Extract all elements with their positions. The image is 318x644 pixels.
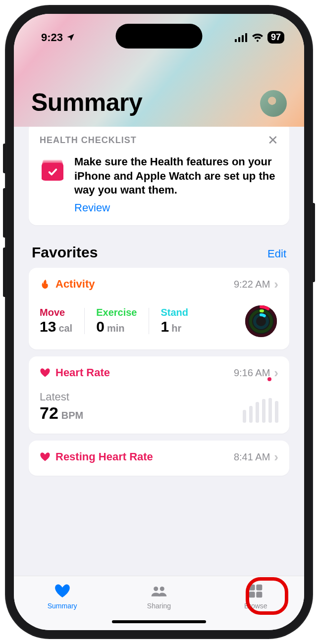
favorites-title: Favorites [32, 244, 98, 261]
chevron-right-icon: › [274, 449, 278, 465]
svg-rect-2 [242, 35, 244, 42]
activity-title: Activity [55, 278, 95, 291]
screen: 9:23 97 Summary [14, 14, 304, 630]
exercise-unit: min [107, 323, 125, 334]
volume-up-button [3, 188, 6, 238]
side-button [3, 144, 6, 173]
tab-browse-label: Browse [244, 602, 267, 610]
people-icon [150, 582, 168, 600]
tab-sharing-label: Sharing [147, 602, 171, 610]
tab-browse[interactable]: Browse [223, 582, 288, 610]
volume-down-button [3, 248, 6, 297]
stand-unit: hr [171, 323, 181, 334]
exercise-value: 0 [96, 318, 105, 335]
status-time: 9:23 [41, 31, 63, 44]
dynamic-island [116, 24, 203, 49]
resting-title: Resting Heart Rate [55, 450, 153, 463]
exercise-label: Exercise [96, 307, 137, 318]
svg-point-12 [160, 587, 164, 591]
svg-rect-13 [249, 585, 255, 591]
svg-rect-14 [257, 585, 263, 591]
content-area: HEALTH CHECKLIST ✕ Make sure the Health … [14, 127, 304, 576]
profile-avatar[interactable] [260, 90, 287, 117]
power-button [312, 203, 315, 282]
cellular-icon [235, 33, 248, 42]
tab-summary-label: Summary [48, 602, 77, 610]
wifi-icon [252, 33, 264, 42]
svg-rect-15 [249, 592, 255, 597]
flame-icon [40, 279, 51, 290]
activity-rings-icon [244, 304, 278, 339]
heart-rate-card[interactable]: Heart Rate 9:16 AM › Latest 72BPM [29, 356, 289, 434]
heart-icon [40, 367, 51, 378]
move-unit: cal [58, 323, 72, 334]
heart-filled-icon [53, 582, 71, 600]
chevron-right-icon: › [274, 277, 278, 292]
tab-sharing[interactable]: Sharing [127, 582, 191, 610]
resting-time: 8:41 AM [234, 451, 270, 463]
checklist-icon [40, 155, 65, 181]
close-icon[interactable]: ✕ [267, 133, 278, 148]
heart-rate-unit: BPM [61, 410, 83, 421]
svg-point-11 [154, 587, 158, 591]
review-link[interactable]: Review [74, 201, 110, 214]
heart-rate-chart [243, 396, 278, 423]
heart-icon [40, 451, 51, 462]
page-title: Summary [31, 88, 142, 117]
stand-value: 1 [160, 318, 169, 335]
heart-rate-title: Heart Rate [55, 366, 110, 379]
move-label: Move [40, 307, 72, 318]
activity-time: 9:22 AM [234, 279, 270, 290]
heart-rate-label: Latest [40, 391, 83, 403]
move-value: 13 [40, 318, 56, 335]
activity-card[interactable]: Activity 9:22 AM › Move 13cal Exercise 0… [29, 268, 289, 349]
heart-rate-value: 72 [40, 403, 58, 423]
stand-label: Stand [160, 307, 188, 318]
svg-rect-16 [257, 592, 263, 597]
home-indicator[interactable] [112, 620, 206, 623]
checklist-label: HEALTH CHECKLIST [40, 135, 137, 146]
tab-bar: Summary Sharing Browse [14, 576, 304, 630]
svg-rect-1 [238, 37, 240, 42]
battery-indicator: 97 [267, 31, 284, 44]
chevron-right-icon: › [274, 365, 278, 381]
location-icon [66, 33, 75, 42]
heart-rate-time: 9:16 AM [234, 367, 270, 379]
health-checklist-card[interactable]: HEALTH CHECKLIST ✕ Make sure the Health … [29, 127, 289, 225]
svg-rect-0 [235, 39, 237, 42]
grid-icon [247, 582, 265, 600]
edit-button[interactable]: Edit [267, 248, 286, 260]
phone-frame: 9:23 97 Summary [5, 5, 313, 639]
tab-summary[interactable]: Summary [30, 582, 95, 610]
resting-heart-rate-card[interactable]: Resting Heart Rate 8:41 AM › [29, 441, 289, 476]
svg-rect-3 [245, 33, 247, 42]
checklist-text: Make sure the Health features on your iP… [74, 155, 278, 198]
